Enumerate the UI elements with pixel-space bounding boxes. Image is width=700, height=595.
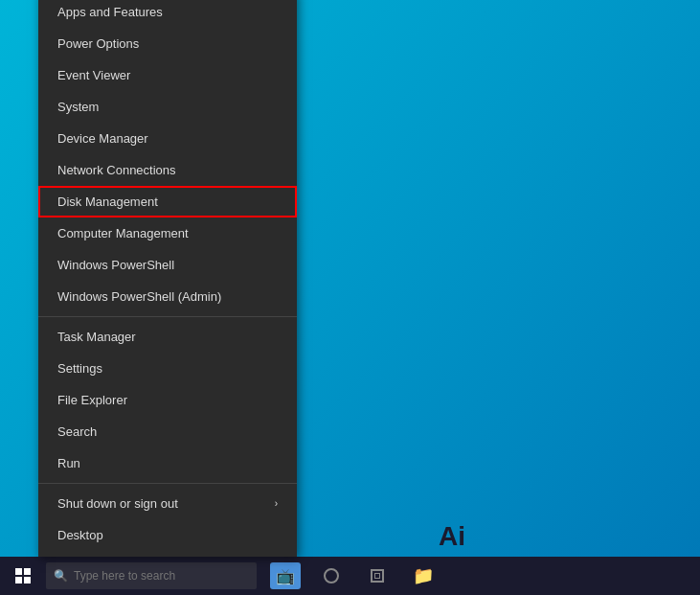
cortana-icon[interactable] xyxy=(310,557,352,595)
menu-item-power-options[interactable]: Power Options xyxy=(38,28,297,59)
menu-item-label-desktop: Desktop xyxy=(57,528,103,542)
menu-item-settings[interactable]: Settings xyxy=(38,353,297,384)
menu-item-search[interactable]: Search xyxy=(38,416,297,447)
menu-item-network-connections[interactable]: Network Connections xyxy=(38,154,297,186)
folder-icon: 📁 xyxy=(413,565,434,586)
windows-logo-icon xyxy=(15,568,31,584)
task-view-icon[interactable] xyxy=(356,557,398,595)
context-menu: Apps and FeaturesPower OptionsEvent View… xyxy=(38,0,297,557)
file-explorer-taskbar-icon[interactable]: 📁 xyxy=(402,557,444,595)
menu-divider xyxy=(38,316,297,317)
menu-item-label-system: System xyxy=(57,100,99,114)
menu-item-shut-down-sign-out[interactable]: Shut down or sign out› xyxy=(38,488,297,519)
menu-item-label-event-viewer: Event Viewer xyxy=(57,68,130,82)
menu-item-label-task-manager: Task Manager xyxy=(57,330,136,344)
menu-item-label-file-explorer: File Explorer xyxy=(57,393,127,407)
menu-item-label-apps-features: Apps and Features xyxy=(57,5,163,19)
menu-item-system[interactable]: System xyxy=(38,91,297,123)
desktop: Apps and FeaturesPower OptionsEvent View… xyxy=(0,0,700,595)
menu-item-event-viewer[interactable]: Event Viewer xyxy=(38,59,297,91)
submenu-arrow-icon: › xyxy=(275,498,278,509)
menu-item-task-manager[interactable]: Task Manager xyxy=(38,321,297,353)
menu-item-desktop[interactable]: Desktop xyxy=(38,519,297,551)
menu-item-label-network-connections: Network Connections xyxy=(57,163,176,177)
menu-item-label-power-options: Power Options xyxy=(57,36,139,51)
menu-item-label-search: Search xyxy=(57,424,97,439)
menu-item-device-manager[interactable]: Device Manager xyxy=(38,123,297,154)
menu-item-windows-powershell[interactable]: Windows PowerShell xyxy=(38,249,297,281)
menu-item-label-device-manager: Device Manager xyxy=(57,131,148,146)
start-button[interactable] xyxy=(0,557,46,595)
search-input[interactable] xyxy=(74,569,249,583)
menu-item-computer-management[interactable]: Computer Management xyxy=(38,217,297,249)
task-view-square-icon xyxy=(371,569,384,583)
tv-icon-graphic: 📺 xyxy=(270,562,301,589)
menu-item-file-explorer[interactable]: File Explorer xyxy=(38,384,297,416)
menu-item-disk-management[interactable]: Disk Management xyxy=(38,186,297,217)
cortana-circle-icon xyxy=(324,568,339,584)
tv-app-icon[interactable]: 📺 xyxy=(264,557,306,595)
menu-item-apps-features[interactable]: Apps and Features xyxy=(38,0,297,28)
menu-item-windows-powershell-admin[interactable]: Windows PowerShell (Admin) xyxy=(38,281,297,312)
menu-item-label-run: Run xyxy=(57,456,80,470)
search-icon: 🔍 xyxy=(54,569,68,583)
menu-item-label-settings: Settings xyxy=(57,361,102,376)
taskbar: 🔍 📺 📁 xyxy=(0,557,700,595)
menu-item-label-shut-down-sign-out: Shut down or sign out xyxy=(57,496,178,511)
menu-item-label-disk-management: Disk Management xyxy=(57,195,158,209)
menu-item-label-windows-powershell: Windows PowerShell xyxy=(57,258,174,272)
menu-divider xyxy=(38,483,297,484)
menu-item-run[interactable]: Run xyxy=(38,447,297,479)
ai-badge: Ai xyxy=(439,521,465,552)
taskbar-search-bar[interactable]: 🔍 xyxy=(46,562,257,589)
menu-item-label-windows-powershell-admin: Windows PowerShell (Admin) xyxy=(57,289,221,304)
taskbar-pinned-icons: 📺 📁 xyxy=(264,557,444,595)
menu-item-label-computer-management: Computer Management xyxy=(57,226,189,240)
